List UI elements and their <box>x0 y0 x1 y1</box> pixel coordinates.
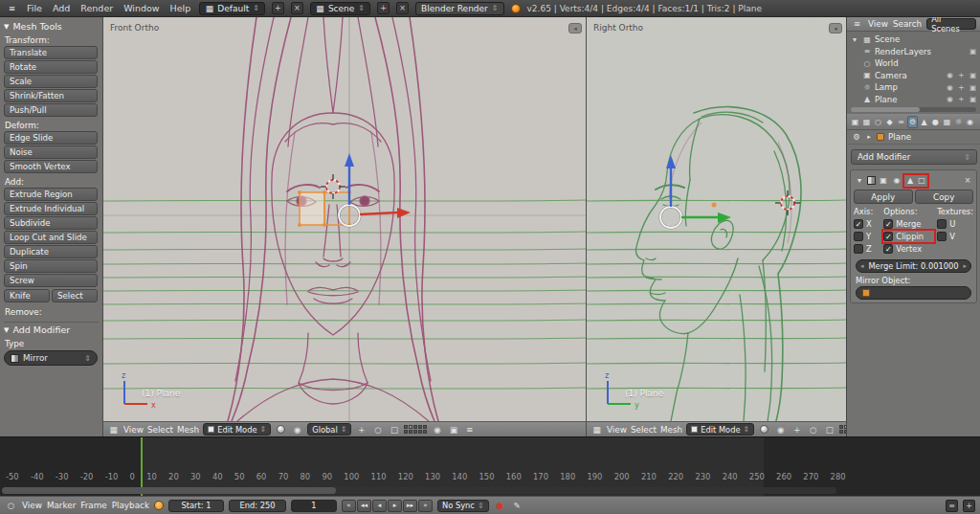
tool-button[interactable]: Noise <box>4 145 98 159</box>
render-engine-select[interactable]: Blender Render ⇕ <box>415 2 503 15</box>
display-mode-select[interactable]: All Scenes <box>926 18 976 30</box>
editmode-toggle-icon[interactable]: ▲ <box>904 175 916 187</box>
timeline-ruler[interactable]: -50-40-30-20-100102030405060708090100110… <box>0 436 980 496</box>
viewport-right[interactable]: z y Right Ortho (1) Plane ◂ ▦ View Selec… <box>586 17 846 436</box>
render-toggle-icon[interactable]: ▣ <box>969 95 977 103</box>
modifier-type-select[interactable]: Mirror ⇕ <box>4 350 98 366</box>
visibility-toggle-icon[interactable]: ◉ <box>946 83 954 92</box>
editor-menu-icon[interactable]: ≡ <box>946 500 958 512</box>
knife-select-button[interactable]: Select <box>52 289 98 302</box>
scene-delete-button[interactable]: × <box>396 2 409 14</box>
visibility-toggle-icon[interactable]: ◉ <box>946 71 954 79</box>
menu-playback[interactable]: Playback <box>112 501 149 510</box>
menu-add[interactable]: Add <box>51 3 72 13</box>
add-modifier-dropdown[interactable]: Add Modifier ⇕ <box>851 149 977 165</box>
checkbox-vertex-groups[interactable]: Vertex <box>883 243 934 255</box>
render-toggle-icon[interactable]: ▣ <box>878 175 889 187</box>
viewport-shading-button[interactable] <box>275 423 287 436</box>
record-button[interactable]: ● <box>494 500 506 512</box>
checkbox-texture-v[interactable]: V <box>937 231 973 242</box>
jump-end-button[interactable]: » <box>418 500 433 512</box>
menu-mesh[interactable]: Mesh <box>177 425 199 435</box>
outliner-item-world[interactable]: ○ World <box>850 57 977 70</box>
viewport-front[interactable]: z x Front Ortho (1) Plane ◂ ▦ View Selec… <box>103 17 586 436</box>
tab-constraints[interactable]: ≡ <box>896 116 906 128</box>
timeline-scrollbar[interactable] <box>2 487 836 494</box>
tool-button[interactable]: Screw <box>4 274 98 287</box>
tab-scene[interactable]: ▦ <box>861 116 872 128</box>
layers-widget[interactable] <box>404 425 427 434</box>
menu-mesh[interactable]: Mesh <box>660 425 682 435</box>
viewport-front-canvas[interactable]: z x Front Ortho (1) Plane ◂ <box>103 17 586 421</box>
outliner-item-lamp[interactable]: ☼ Lamp ◉ + ▣ <box>850 81 977 94</box>
play-button[interactable]: ▸ <box>388 500 402 512</box>
copy-button[interactable]: Copy <box>915 190 974 204</box>
manipulator-rotate-button[interactable]: ○ <box>371 423 384 436</box>
tab-object[interactable]: ◆ <box>884 116 895 128</box>
end-frame-field[interactable]: End: 250 <box>229 500 286 512</box>
menu-select[interactable]: Select <box>147 425 173 435</box>
region-corner-widget[interactable]: ◂ <box>829 23 842 34</box>
tab-material[interactable]: ● <box>930 116 941 128</box>
knife-button[interactable]: Knife <box>4 289 50 302</box>
manipulator-scale-button[interactable]: □ <box>388 423 400 436</box>
tab-texture[interactable]: ▦ <box>942 116 952 128</box>
info-editor-icon[interactable]: ≡ <box>6 2 18 14</box>
region-corner-widget[interactable]: ◂ <box>568 23 582 34</box>
oncage-toggle-icon[interactable]: □ <box>916 175 927 187</box>
decrement-icon[interactable]: ◂ <box>860 262 864 270</box>
mesh-tools-panel-header[interactable]: ▼ Mesh Tools <box>4 21 99 32</box>
menu-view[interactable]: View <box>123 425 144 435</box>
prev-keyframe-button[interactable]: ◂◂ <box>357 500 371 512</box>
mode-select[interactable]: Edit Mode ⇕ <box>686 423 754 436</box>
outliner-item-plane[interactable]: ▲ Plane ◉ + ▣ <box>850 94 977 106</box>
keying-set-icon[interactable]: ✎ <box>511 500 523 512</box>
tool-button[interactable]: Smooth Vertex <box>4 160 98 173</box>
layers-widget[interactable] <box>839 425 846 434</box>
next-keyframe-button[interactable]: ▸▸ <box>403 500 417 512</box>
tab-render[interactable]: ▣ <box>850 116 860 128</box>
add-modifier-panel-header[interactable]: ▼ Add Modifier <box>4 324 99 335</box>
menu-search[interactable]: Search <box>893 19 922 29</box>
merge-limit-field[interactable]: ◂ Merge Limit: 0.001000 ▸ <box>856 259 971 273</box>
checkbox-merge[interactable]: Merge <box>883 218 934 230</box>
manipulator-rotate-button[interactable]: ○ <box>807 423 819 436</box>
tool-button[interactable]: Rotate <box>4 60 98 74</box>
tab-data[interactable]: ▲ <box>919 116 929 128</box>
jump-start-button[interactable]: « <box>342 500 356 512</box>
current-frame-field[interactable]: 1 <box>291 500 337 512</box>
menu-help[interactable]: Help <box>168 3 193 13</box>
render-toggle-icon[interactable]: ▣ <box>969 71 977 79</box>
menu-view[interactable]: View <box>607 425 627 435</box>
increment-icon[interactable]: ▸ <box>963 262 967 270</box>
checkbox-axis-z[interactable]: Z <box>854 243 880 255</box>
mirror-object-select[interactable] <box>856 286 971 300</box>
expand-icon[interactable]: ▾ <box>850 35 859 44</box>
visibility-toggle-icon[interactable]: ◉ <box>946 95 954 103</box>
start-frame-field[interactable]: Start: 1 <box>168 500 224 512</box>
render-toggle-icon[interactable]: ▣ <box>969 83 977 92</box>
realtime-toggle-icon[interactable]: ◉ <box>891 175 902 187</box>
tool-button[interactable]: Push/Pull <box>4 103 98 117</box>
snap-element-button[interactable]: ▣ <box>447 423 459 436</box>
screen-layout-select[interactable]: ▦ Default ⇕ <box>199 2 265 15</box>
render-toggle-icon[interactable]: ▣ <box>969 47 977 56</box>
snap-magnet-button[interactable]: ◉ <box>431 423 443 436</box>
tool-button[interactable]: Extrude Individual <box>4 202 98 215</box>
tool-button[interactable]: Shrink/Fatten <box>4 89 98 102</box>
scene-select[interactable]: ▦ Scene ⇕ <box>310 2 370 15</box>
editor-type-icon[interactable]: ≡ <box>851 18 863 31</box>
sync-select[interactable]: No Sync ⇕ <box>437 500 489 512</box>
transform-orientation-select[interactable]: Global ⇕ <box>307 423 351 436</box>
menu-window[interactable]: Window <box>122 3 161 13</box>
tool-button[interactable]: Translate <box>4 46 98 59</box>
viewport-right-canvas[interactable]: z y Right Ortho (1) Plane ◂ <box>587 17 846 421</box>
menu-frame[interactable]: Frame <box>80 501 106 510</box>
checkbox-texture-u[interactable]: U <box>937 218 973 230</box>
layout-delete-button[interactable]: × <box>291 2 303 14</box>
menu-select[interactable]: Select <box>631 425 657 435</box>
timeline-editor-icon[interactable]: ○ <box>5 500 17 512</box>
menu-view[interactable]: View <box>868 19 888 29</box>
manipulator-translate-button[interactable]: + <box>791 423 803 436</box>
manipulator-translate-button[interactable]: + <box>355 423 368 436</box>
